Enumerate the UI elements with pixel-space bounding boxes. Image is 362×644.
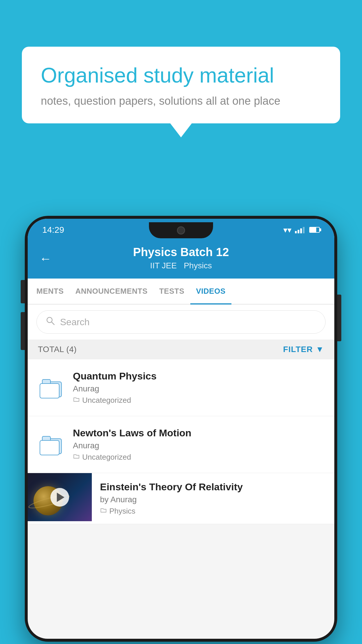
header-tags: IIT JEE Physics [150, 261, 212, 270]
phone-container: 14:29 ▾▾ ← Physics Batch [25, 216, 337, 644]
svg-rect-7 [40, 440, 59, 455]
status-time: 14:29 [42, 225, 64, 235]
battery-fill [310, 228, 316, 232]
phone-power-button [337, 295, 341, 341]
filter-icon: ▼ [316, 345, 324, 354]
signal-bar-2 [298, 230, 299, 233]
filter-button[interactable]: FILTER ▼ [283, 345, 324, 354]
app-header: ← Physics Batch 12 IIT JEE Physics [28, 239, 334, 279]
video-title: Newton's Laws of Motion [73, 427, 324, 439]
video-author: Anurag [73, 441, 324, 450]
phone-camera [177, 226, 185, 235]
total-count: TOTAL (4) [38, 345, 77, 354]
video-info-quantum: Quantum Physics Anurag Uncategorized [73, 370, 324, 405]
list-item[interactable]: Newton's Laws of Motion Anurag Uncategor… [28, 416, 334, 473]
phone-screen: 14:29 ▾▾ ← Physics Batch [28, 219, 334, 639]
search-container: Search [28, 304, 334, 340]
tab-ments[interactable]: MENTS [31, 279, 70, 304]
wifi-icon: ▾▾ [283, 225, 291, 235]
signal-bars [295, 226, 305, 233]
search-placeholder: Search [60, 317, 89, 328]
phone-frame: 14:29 ▾▾ ← Physics Batch [25, 216, 337, 642]
back-button[interactable]: ← [39, 252, 52, 266]
video-title: Einstein's Theory Of Relativity [100, 481, 326, 493]
tab-tests[interactable]: TESTS [153, 279, 190, 304]
tag-icon [100, 507, 107, 516]
play-triangle-icon [57, 493, 64, 502]
header-tag-physics: Physics [184, 261, 212, 270]
status-icons: ▾▾ [283, 225, 320, 235]
tag-icon [73, 396, 80, 405]
search-icon [45, 316, 55, 328]
signal-bar-3 [300, 228, 302, 233]
tabs-bar: MENTS ANNOUNCEMENTS TESTS VIDEOS [28, 279, 334, 304]
filter-bar: TOTAL (4) FILTER ▼ [28, 340, 334, 359]
video-author: Anurag [73, 384, 324, 393]
speech-bubble: Organised study material notes, question… [22, 47, 340, 123]
list-item[interactable]: Einstein's Theory Of Relativity by Anura… [28, 473, 334, 524]
phone-volume-down-button [21, 312, 25, 350]
bubble-title: Organised study material [41, 63, 321, 88]
list-item[interactable]: Quantum Physics Anurag Uncategorized [28, 359, 334, 416]
bubble-subtitle: notes, question papers, solutions all at… [41, 95, 321, 107]
signal-bar-4 [303, 227, 305, 233]
video-title: Quantum Physics [73, 370, 324, 382]
folder-icon-newton [38, 431, 64, 458]
speech-bubble-container: Organised study material notes, question… [22, 47, 340, 123]
tag-icon [73, 453, 80, 462]
header-tag-iitjee: IIT JEE [150, 261, 177, 270]
signal-bar-1 [295, 231, 297, 233]
folder-icon-quantum [38, 374, 64, 401]
einstein-thumbnail [28, 473, 92, 521]
tab-announcements[interactable]: ANNOUNCEMENTS [70, 279, 154, 304]
video-tag: Uncategorized [73, 453, 324, 462]
search-bar[interactable]: Search [36, 310, 326, 334]
video-info-einstein: Einstein's Theory Of Relativity by Anura… [92, 473, 334, 524]
phone-notch [149, 222, 213, 238]
phone-volume-up-button [21, 280, 25, 303]
video-list: Quantum Physics Anurag Uncategorized [28, 359, 334, 524]
svg-rect-4 [40, 384, 59, 398]
video-info-newton: Newton's Laws of Motion Anurag Uncategor… [73, 427, 324, 462]
svg-line-1 [52, 322, 54, 325]
video-tag: Physics [100, 507, 326, 516]
play-button[interactable] [50, 488, 69, 507]
tab-videos[interactable]: VIDEOS [190, 279, 231, 304]
video-tag: Uncategorized [73, 396, 324, 405]
filter-label: FILTER [283, 345, 313, 354]
battery-icon [309, 227, 320, 233]
video-author: by Anurag [100, 495, 326, 504]
header-title: Physics Batch 12 [133, 246, 229, 259]
